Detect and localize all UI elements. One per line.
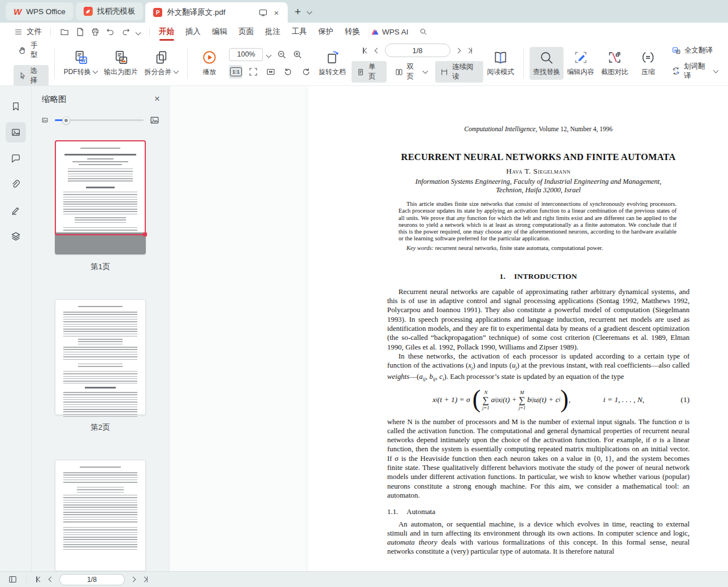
thumbnail-page-1[interactable] — [55, 140, 146, 254]
full-translate-label: 全文翻译 — [684, 46, 713, 55]
menu-tab-wps-ai[interactable]: WPS AI — [366, 23, 414, 41]
screenshot-compare-button[interactable]: 截图对比 — [597, 47, 631, 80]
attachment-icon — [10, 179, 21, 190]
tab-document-pdf[interactable]: P 外文翻译原文.pdf × — [145, 2, 288, 23]
tab-docer-templates[interactable]: 找稻壳模板 — [76, 2, 144, 20]
full-translate-button[interactable]: A文 全文翻译 — [667, 45, 722, 57]
comment-icon — [10, 153, 21, 164]
pdf-convert-button[interactable]: W PDF转换 — [60, 47, 101, 80]
continuous-read-button[interactable]: 连续阅读 — [435, 61, 484, 83]
menu-search-button[interactable] — [414, 23, 433, 41]
undo-icon[interactable] — [106, 27, 115, 37]
compress-button[interactable]: 压缩 — [632, 47, 665, 80]
slider-handle[interactable] — [62, 116, 70, 124]
image-large-icon — [149, 115, 160, 126]
zoom-out-button[interactable] — [275, 48, 288, 61]
chevron-down-icon[interactable] — [136, 28, 140, 36]
rotate-left-button[interactable] — [281, 65, 295, 79]
image-small-icon — [41, 116, 49, 124]
rotate-right-button[interactable] — [299, 65, 313, 79]
monitor-icon[interactable] — [258, 8, 268, 18]
menu-tab-convert[interactable]: 转换 — [339, 23, 366, 41]
folder-open-icon[interactable] — [60, 27, 70, 37]
prev-page-button[interactable] — [48, 576, 54, 582]
rotate-doc-button[interactable]: 旋转文档 — [315, 47, 349, 80]
last-page-button[interactable] — [466, 46, 474, 55]
play-label: 播放 — [202, 67, 216, 77]
find-replace-icon — [539, 50, 554, 65]
cursor-icon — [18, 71, 27, 80]
rail-layers[interactable] — [6, 226, 26, 247]
continuous-read-label: 连续阅读 — [452, 62, 479, 81]
find-replace-button[interactable]: 查找替换 — [530, 47, 564, 80]
viewport-resize-handle[interactable] — [143, 232, 147, 236]
menu-tab-home[interactable]: 开始 — [153, 23, 180, 41]
panel-close-icon[interactable]: × — [154, 93, 160, 105]
fit-page-button[interactable] — [246, 65, 260, 79]
first-page-button[interactable] — [362, 46, 370, 55]
thumbnail-page-3[interactable] — [55, 460, 146, 571]
play-button[interactable]: 播放 — [193, 47, 226, 80]
panel-toggle-icon[interactable] — [8, 575, 18, 584]
redo-icon[interactable] — [121, 27, 131, 37]
pdf-convert-label: PDF转换 — [64, 67, 91, 77]
zoom-in-button[interactable] — [291, 48, 304, 61]
split-merge-button[interactable]: 拆分合并 — [141, 47, 181, 80]
close-icon[interactable]: × — [272, 8, 280, 18]
read-mode-icon — [493, 50, 508, 65]
thumbnail-page-2-label: 第2页 — [90, 422, 110, 433]
menu-tab-protect[interactable]: 保护 — [313, 23, 339, 41]
rail-comments[interactable] — [6, 148, 26, 169]
thumbnail-page-2[interactable] — [55, 299, 146, 415]
viewport-indicator[interactable] — [55, 140, 146, 235]
menu-tab-insert[interactable]: 插入 — [180, 23, 206, 41]
single-page-button[interactable]: 单页 — [352, 61, 387, 83]
fit-width-button[interactable] — [264, 65, 278, 79]
document-view[interactable]: Computational Intelligence, Volume 12, N… — [170, 86, 728, 571]
plus-icon[interactable]: + — [294, 6, 301, 18]
rail-attachments[interactable] — [6, 174, 26, 195]
paragraph-4: An automaton, or sequential machine, is … — [387, 520, 690, 556]
rail-thumbnails[interactable] — [6, 122, 26, 143]
hand-icon — [18, 46, 27, 55]
zoom-dropdown[interactable] — [265, 49, 272, 59]
rail-sign[interactable] — [6, 200, 26, 221]
screenshot-compare-icon — [607, 50, 622, 65]
pdf-page-content: Computational Intelligence, Volume 12, N… — [387, 86, 690, 571]
tab-wps-office[interactable]: W WPS Office — [6, 2, 73, 20]
keywords: Key words: recurrent neural networks, fi… — [398, 245, 677, 251]
word-translate-icon: 文A — [671, 66, 681, 76]
subsection-heading: 1.1.Automata — [387, 507, 690, 516]
first-page-button[interactable] — [35, 575, 43, 584]
last-page-button[interactable] — [141, 575, 149, 584]
save-icon[interactable] — [75, 27, 85, 37]
thumbnail-size-slider[interactable] — [55, 119, 144, 121]
menu-tab-page[interactable]: 页面 — [233, 23, 259, 41]
export-image-button[interactable]: 输出为图片 — [101, 47, 141, 80]
rail-bookmarks[interactable] — [6, 96, 26, 116]
menu-tab-edit[interactable]: 编辑 — [206, 23, 233, 41]
svg-text:文: 文 — [673, 68, 675, 72]
fit-page-icon — [248, 67, 258, 77]
menu-tab-comment[interactable]: 批注 — [259, 23, 286, 41]
word-translate-button[interactable]: 文A 划词翻译 — [667, 61, 722, 82]
page-indicator-input[interactable]: 1/8 — [59, 574, 125, 585]
read-mode-button[interactable]: 阅读模式 — [483, 47, 517, 80]
select-tool-button[interactable]: 选择 — [14, 65, 49, 87]
chevron-down-icon[interactable] — [307, 6, 311, 16]
prev-page-button[interactable] — [374, 48, 380, 54]
rotate-left-icon — [283, 67, 293, 77]
actual-size-button[interactable]: 1:1 — [229, 65, 242, 79]
zoom-level-input[interactable]: 100% — [229, 48, 263, 61]
thumbnail-icon — [10, 127, 21, 138]
next-page-button[interactable] — [455, 48, 461, 54]
hand-tool-button[interactable]: 手型 — [14, 40, 49, 61]
double-page-button[interactable]: 双页 — [390, 61, 432, 83]
print-icon[interactable] — [90, 27, 100, 37]
thumbnail-page-1-label: 第1页 — [90, 262, 110, 272]
next-page-button[interactable] — [130, 576, 136, 582]
menu-tab-tools[interactable]: 工具 — [286, 23, 313, 41]
page-indicator-input[interactable]: 1/8 — [385, 44, 450, 57]
edit-content-button[interactable]: 编辑内容 — [564, 47, 597, 80]
file-menu-button[interactable]: 文件 — [9, 23, 47, 41]
